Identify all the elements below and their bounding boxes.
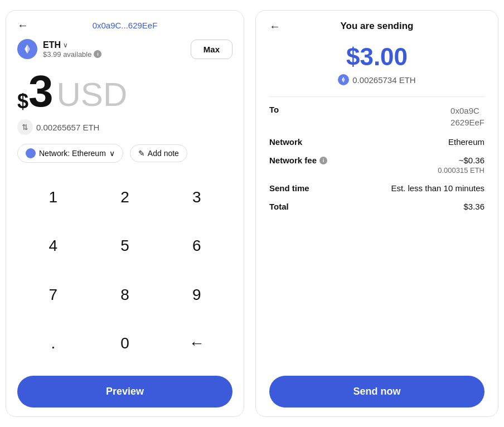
send-screen: ← 0x0a9C...629EeF ETH [6, 10, 244, 417]
fee-label-group: Network fee i [269, 156, 327, 165]
wallet-address[interactable]: 0x0a9C...629EeF [93, 21, 158, 30]
key-2[interactable]: 2 [89, 173, 161, 222]
eth-equivalent-row: ⇅ 0.00265657 ETH [17, 119, 232, 135]
send-time-row: Send time Est. less than 10 minutes [269, 183, 484, 193]
network-fee-row: Network fee i ~$0.36 0.000315 ETH [269, 156, 484, 174]
confirm-screen: ← You are sending $3.00 0.00265734 ETH [255, 10, 498, 417]
add-note-label: Add note [148, 149, 179, 158]
send-time-value: Est. less than 10 minutes [391, 183, 484, 193]
left-top-nav: ← 0x0a9C...629EeF [17, 21, 232, 30]
balance-info-icon[interactable]: i [94, 50, 101, 58]
token-info: ETH ∨ $3.99 available i [17, 39, 101, 59]
key-0[interactable]: 0 [89, 319, 161, 368]
token-details: ETH ∨ $3.99 available i [43, 40, 101, 59]
network-label: Network [269, 137, 302, 147]
divider [269, 96, 484, 97]
preview-button[interactable]: Preview [17, 376, 232, 407]
key-4[interactable]: 4 [17, 222, 89, 271]
send-amount-big: $3.00 [269, 43, 484, 71]
eth-icon [17, 39, 37, 59]
key-3[interactable]: 3 [161, 173, 232, 222]
token-name: ETH [43, 40, 61, 50]
token-balance: $3.99 available i [43, 50, 101, 59]
total-label: Total [269, 202, 289, 211]
fee-info-icon[interactable]: i [319, 157, 327, 164]
token-name-row[interactable]: ETH ∨ [43, 40, 101, 50]
key-backspace[interactable]: ← [161, 319, 232, 368]
add-note-button[interactable]: ✎ Add note [130, 144, 187, 162]
amount-currency: USD [57, 78, 128, 111]
to-address-line2: 2629EeF [450, 117, 484, 128]
network-label: Network: Ethereum [39, 149, 106, 158]
amount-number: 3 [28, 69, 54, 114]
max-button[interactable]: Max [191, 40, 232, 59]
fee-eth: 0.000315 ETH [438, 166, 484, 174]
key-dot[interactable]: . [17, 319, 89, 368]
network-eth-icon [26, 148, 36, 158]
key-7[interactable]: 7 [17, 270, 89, 319]
to-row: To 0x0a9C 2629EeF [269, 105, 484, 128]
key-5[interactable]: 5 [89, 222, 161, 271]
total-value: $3.36 [463, 202, 484, 211]
total-row: Total $3.36 [269, 202, 484, 211]
to-address: 0x0a9C 2629EeF [450, 105, 484, 128]
send-time-label: Send time [269, 183, 309, 193]
network-chevron-icon: ∨ [109, 149, 115, 158]
eth-amount-text: 0.00265657 ETH [36, 123, 99, 132]
network-value: Ethereum [448, 137, 484, 147]
token-row: ETH ∨ $3.99 available i Max [17, 39, 232, 59]
key-8[interactable]: 8 [89, 270, 161, 319]
right-back-button[interactable]: ← [269, 20, 280, 33]
token-chevron-icon: ∨ [63, 41, 68, 49]
key-6[interactable]: 6 [161, 222, 232, 271]
fee-value-group: ~$0.36 0.000315 ETH [438, 156, 484, 174]
send-now-button[interactable]: Send now [269, 376, 484, 407]
send-eth-text: 0.00265734 ETH [352, 75, 415, 85]
to-address-line1: 0x0a9C [450, 105, 484, 117]
amount-display: $ 3 USD [17, 69, 232, 114]
right-top-nav: ← You are sending [269, 21, 484, 32]
key-1[interactable]: 1 [17, 173, 89, 222]
dollar-sign: $ [17, 91, 28, 111]
send-eth-row: 0.00265734 ETH [269, 74, 484, 85]
send-eth-icon [338, 74, 349, 85]
fee-value: ~$0.36 [438, 156, 484, 165]
to-label: To [269, 105, 279, 114]
options-row: Network: Ethereum ∨ ✎ Add note [17, 144, 232, 163]
network-row: Network Ethereum [269, 137, 484, 147]
left-back-button[interactable]: ← [17, 19, 28, 32]
confirm-title: You are sending [341, 21, 414, 32]
swap-icon[interactable]: ⇅ [17, 119, 33, 135]
network-button[interactable]: Network: Ethereum ∨ [17, 144, 123, 163]
numpad: 1 2 3 4 5 6 7 8 9 . 0 ← [17, 173, 232, 368]
key-9[interactable]: 9 [161, 270, 232, 319]
pencil-icon: ✎ [138, 149, 145, 158]
fee-label: Network fee [269, 156, 317, 165]
